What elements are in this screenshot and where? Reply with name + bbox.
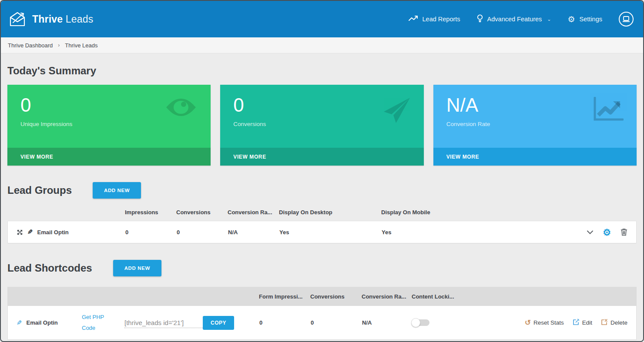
lead-shortcodes-table-header: Form Impressi... Conversions Conversion … [7, 287, 637, 306]
lead-group-display-mobile: Yes [382, 229, 575, 236]
paper-plane-icon [383, 97, 411, 126]
col-conversions: Conversions [176, 209, 228, 216]
gear-icon: ⚙ [568, 15, 575, 23]
shortcode-input[interactable] [124, 318, 203, 328]
brand-logo[interactable]: Thrive Leads [8, 10, 94, 28]
lead-groups-title: Lead Groups [7, 184, 72, 196]
lead-group-row: ✎ Email Optin 0 0 N/A Yes Yes ⚙ [7, 221, 637, 243]
col-form-impressions: Form Impressi... [259, 293, 310, 300]
shortcode-name: Email Optin [27, 319, 58, 326]
nav-settings[interactable]: ⚙ Settings [568, 15, 602, 23]
edit-pencil-icon[interactable]: ✎ [17, 319, 22, 327]
support-laptop-icon[interactable] [619, 12, 634, 27]
lightbulb-icon [477, 14, 483, 24]
lead-group-name: Email Optin [37, 229, 69, 236]
col-display-mobile: Display On Mobile [381, 209, 576, 216]
expand-chevron-icon[interactable] [587, 230, 593, 234]
edit-pencil-icon[interactable]: ✎ [27, 228, 33, 236]
summary-cards: 0 Unique Impressions VIEW MORE 0 Convers… [7, 85, 637, 166]
lead-groups-add-new-button[interactable]: ADD NEW [93, 182, 141, 199]
nav-advanced-features-label: Advanced Features [487, 16, 542, 23]
lead-shortcodes-title: Lead Shortcodes [7, 262, 92, 274]
growth-chart-icon [593, 97, 624, 123]
nav-advanced-features[interactable]: Advanced Features ⌄ [477, 14, 551, 24]
lead-groups-table-header: Impressions Conversions Conversion Ra...… [7, 199, 637, 221]
lead-shortcodes-add-new-button[interactable]: ADD NEW [113, 260, 161, 276]
edit-square-icon [573, 319, 580, 327]
trash-icon[interactable] [621, 228, 627, 236]
group-settings-gear-icon[interactable]: ⚙ [603, 228, 611, 237]
conversions-view-more-button[interactable]: VIEW MORE [220, 148, 423, 166]
chevron-down-icon: ⌄ [547, 17, 551, 22]
col-impressions: Impressions [125, 209, 176, 216]
edit-button[interactable]: Edit [573, 319, 592, 327]
copy-shortcode-button[interactable]: COPY [203, 316, 234, 330]
lead-group-conversion-rate: N/A [228, 229, 279, 236]
eye-icon [164, 97, 198, 120]
unique-impressions-label: Unique Impressions [20, 121, 198, 127]
unique-impressions-view-more-button[interactable]: VIEW MORE [7, 148, 211, 166]
col-sc-conversions: Conversions [310, 293, 362, 300]
content-locking-toggle[interactable] [412, 319, 429, 326]
lead-group-conversions: 0 [177, 229, 228, 236]
shortcode-conversion-rate: N/A [362, 319, 412, 326]
brand-text: Thrive Leads [32, 13, 94, 25]
delete-label: Delete [610, 319, 627, 326]
conversion-rate-card: N/A Conversion Rate VIEW MORE [433, 85, 637, 166]
reset-stats-button[interactable]: ↺ Reset Stats [525, 319, 564, 326]
delete-square-icon [601, 319, 608, 327]
view-more-label: VIEW MORE [233, 154, 266, 160]
move-icon[interactable] [17, 229, 23, 236]
top-navbar: Thrive Leads Lead Reports [1, 1, 643, 37]
lead-shortcode-row: ✎ Email Optin Get PHP Code COPY 0 0 N/A … [7, 306, 637, 340]
unique-impressions-card: 0 Unique Impressions VIEW MORE [7, 85, 211, 166]
col-display-desktop: Display On Desktop [279, 209, 381, 216]
todays-summary-title: Today's Summary [7, 65, 637, 77]
envelope-quill-logo-icon [8, 10, 27, 28]
app-window: Thrive Leads Lead Reports [0, 0, 644, 342]
view-more-label: VIEW MORE [446, 154, 479, 160]
edit-label: Edit [582, 319, 592, 326]
brand-light: Leads [66, 13, 94, 25]
nav-lead-reports[interactable]: Lead Reports [409, 15, 460, 23]
shortcode-conversions: 0 [311, 319, 362, 326]
toggle-knob [411, 318, 420, 327]
breadcrumb: Thrive Dashboard › Thrive Leads [1, 37, 643, 53]
nav-lead-reports-label: Lead Reports [423, 16, 460, 23]
view-more-label: VIEW MORE [20, 154, 53, 160]
col-sc-conversion-rate: Conversion Ra... [362, 293, 412, 300]
delete-button[interactable]: Delete [601, 319, 627, 327]
nav-settings-label: Settings [580, 16, 602, 23]
col-conversion-rate: Conversion Ra... [228, 209, 279, 216]
col-content-locking: Content Locki... [412, 293, 516, 300]
shortcode-form-impressions: 0 [259, 319, 311, 326]
line-chart-icon [409, 15, 418, 23]
breadcrumb-thrive-dashboard[interactable]: Thrive Dashboard [8, 42, 53, 49]
reset-arrow-icon: ↺ [525, 319, 531, 326]
get-php-code-link[interactable]: Get PHP Code [82, 312, 112, 333]
breadcrumb-thrive-leads: Thrive Leads [65, 42, 97, 49]
reset-stats-label: Reset Stats [533, 319, 564, 326]
lead-group-impressions: 0 [125, 229, 177, 236]
breadcrumb-separator: › [58, 42, 60, 48]
conversions-card: 0 Conversions VIEW MORE [220, 85, 423, 166]
conversion-rate-view-more-button[interactable]: VIEW MORE [433, 148, 637, 166]
lead-group-display-desktop: Yes [279, 229, 382, 236]
brand-bold: Thrive [32, 13, 63, 25]
